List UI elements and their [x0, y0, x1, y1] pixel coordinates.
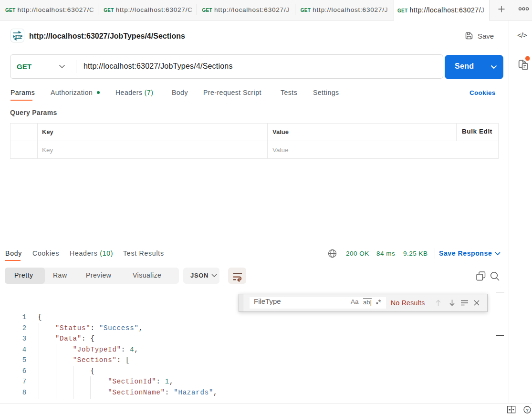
svg-text:?: ? [526, 407, 529, 413]
svg-text:HTTP: HTTP [13, 34, 23, 39]
